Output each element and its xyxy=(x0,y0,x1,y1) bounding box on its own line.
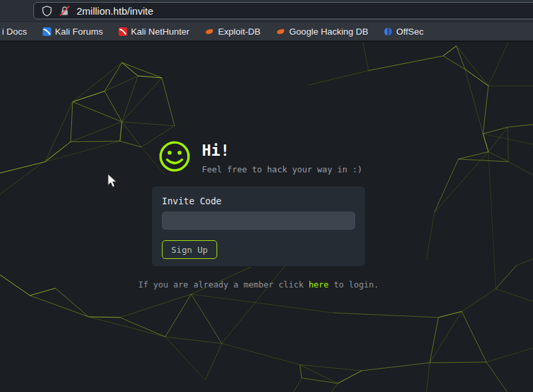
invite-card: Invite Code Sign Up xyxy=(152,186,365,266)
google-hacking-db-bug-icon xyxy=(276,27,285,35)
login-hint: If you are already a member click here t… xyxy=(0,280,517,290)
page-content: Hi! Feel free to hack your way in :) Inv… xyxy=(0,41,533,392)
bookmark-exploit-db[interactable]: Exploit-DB xyxy=(205,27,261,37)
url-bar[interactable]: 2million.htb/invite xyxy=(33,2,533,19)
invite-code-label: Invite Code xyxy=(162,196,355,206)
hero-section: Hi! Feel free to hack your way in :) xyxy=(158,140,362,176)
login-link[interactable]: here xyxy=(308,280,328,290)
shield-permissions-icon[interactable] xyxy=(41,5,53,17)
bookmark-google-hacking-db[interactable]: Google Hacking DB xyxy=(276,27,368,37)
bookmark-kali-nethunter[interactable]: Kali NetHunter xyxy=(119,27,190,37)
page-title: Hi! xyxy=(202,142,362,159)
kali-nethunter-icon xyxy=(119,27,127,36)
bookmark-label: Kali NetHunter xyxy=(131,27,190,37)
offsec-icon xyxy=(384,27,392,36)
login-hint-suffix: to login. xyxy=(328,280,378,290)
kali-forums-icon xyxy=(43,27,51,36)
bookmark-label: i Docs xyxy=(2,27,27,37)
sign-up-button[interactable]: Sign Up xyxy=(162,240,217,259)
exploit-db-bug-icon xyxy=(205,27,214,35)
bookmark-kali-forums[interactable]: Kali Forums xyxy=(43,27,103,37)
smiley-icon xyxy=(158,140,191,176)
page-subtitle: Feel free to hack your way in :) xyxy=(202,164,362,174)
bookmark-label: OffSec xyxy=(396,27,424,37)
bookmark-label: Google Hacking DB xyxy=(289,27,368,37)
url-text: 2million.htb/invite xyxy=(77,5,153,17)
login-hint-prefix: If you are already a member click xyxy=(138,280,308,290)
bookmark-kali-docs[interactable]: i Docs xyxy=(2,27,27,37)
bookmark-label: Exploit-DB xyxy=(218,27,261,37)
bookmark-label: Kali Forums xyxy=(55,27,103,37)
bookmark-offsec[interactable]: OffSec xyxy=(384,27,424,37)
browser-toolbar: 2million.htb/invite xyxy=(0,0,533,21)
invite-code-input[interactable] xyxy=(162,212,355,230)
hero-text: Hi! Feel free to hack your way in :) xyxy=(202,140,362,174)
bookmarks-bar: i Docs Kali Forums Kali NetHunter xyxy=(0,21,533,41)
insecure-connection-lock-icon[interactable] xyxy=(59,5,71,17)
